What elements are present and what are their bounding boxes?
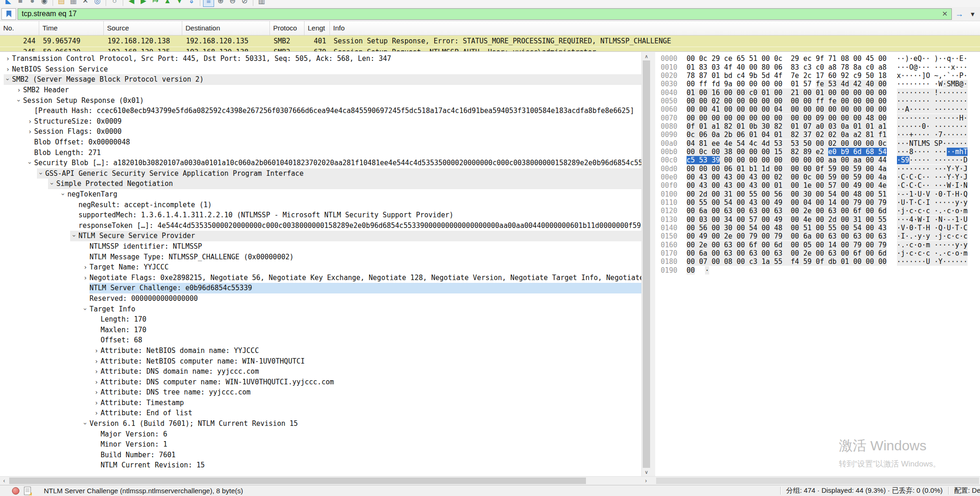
expand-chevron-icon[interactable]: › xyxy=(81,263,90,271)
hex-bytes[interactable]: 04 81 ee 4e 54 4c 4d 53 53 50 00 02 00 0… xyxy=(687,139,887,148)
tree-row[interactable]: ›Transmission Control Protocol, Src Port… xyxy=(0,54,641,64)
go-forward-icon[interactable]: ▶ xyxy=(138,0,149,7)
tree-row[interactable]: ›Attribute: DNS domain name: yyjccc.com xyxy=(0,366,641,377)
hex-bytes[interactable]: 00 07 00 08 00 c3 1a 55 f4 59 0f db 01 0… xyxy=(687,257,887,266)
tree-row[interactable]: ›Attribute: DNS tree name: yyjccc.com xyxy=(0,387,641,398)
hex-ascii[interactable]: ········ ···Y·Y·J xyxy=(897,165,968,173)
tree-row[interactable]: Length: 170 xyxy=(0,314,641,325)
scroll-right-icon[interactable]: › xyxy=(642,477,650,485)
tree-row[interactable]: Reserved: 0000000000000000 xyxy=(0,293,641,304)
tree-row[interactable]: ›Attribute: Timestamp xyxy=(0,398,641,408)
expand-chevron-icon[interactable]: › xyxy=(92,399,101,406)
hex-ascii[interactable]: ·-·1·U·V ·0·T·H·Q xyxy=(897,190,968,198)
hex-ascii[interactable]: ···4·W·I ·N·-·1·U xyxy=(897,215,968,224)
zoom-100-icon[interactable]: ⊘ xyxy=(239,0,250,7)
hex-ascii[interactable]: ···8···· ·····mhT xyxy=(897,148,968,156)
tree-row[interactable]: Blob Offset: 0x00000048 xyxy=(0,137,641,148)
scroll-up-icon[interactable]: ∧ xyxy=(642,52,651,60)
hex-row[interactable]: 015000 49 00 2e 00 79 00 79 00 6a 00 63 … xyxy=(661,232,980,240)
tree-row[interactable]: negResult: accept-incomplete (1) xyxy=(0,199,641,210)
tree-row[interactable]: Blob Length: 271 xyxy=(0,147,641,158)
hex-row[interactable]: 002078 87 01 bd c4 9b 5d 4f 7e 2c 17 60 … xyxy=(661,72,980,80)
tree-row[interactable]: ›Attribute: End of list xyxy=(0,408,641,418)
go-first-packet-icon[interactable]: ▲ xyxy=(162,0,173,7)
capture-file-properties-icon[interactable] xyxy=(24,487,31,495)
hex-row[interactable]: 012000 6a 00 63 00 63 00 63 00 2e 00 63 … xyxy=(661,207,980,215)
expand-chevron-icon[interactable]: › xyxy=(92,347,101,354)
hex-row[interactable]: 013000 03 00 34 00 57 00 49 00 4e 00 2d … xyxy=(661,215,980,224)
tree-row[interactable]: Offset: 68 xyxy=(0,335,641,346)
expand-chevron-icon[interactable]: › xyxy=(26,118,34,125)
hex-bytes[interactable]: 00 0c 29 ce 65 51 00 0c 29 ec 9f 71 08 0… xyxy=(687,54,887,63)
hex-row[interactable]: 00f000 43 00 43 00 43 00 01 00 1e 00 57 … xyxy=(661,181,980,190)
hex-row[interactable]: 003000 ff fd 9a 00 00 00 00 01 57 fe 53 … xyxy=(661,80,980,88)
hex-row[interactable]: 014000 56 00 30 00 54 00 48 00 51 00 55 … xyxy=(661,224,980,232)
hex-ascii[interactable]: ·j·c·c·c ·.·c·o·m xyxy=(897,207,968,215)
expand-chevron-icon[interactable]: › xyxy=(92,388,101,396)
hex-ascii[interactable]: ·······U ·Y······ xyxy=(897,257,968,266)
hex-row[interactable]: 00b000 0c 00 38 00 00 00 15 82 89 e2 e0 … xyxy=(661,148,980,156)
column-header-source[interactable]: Source xyxy=(104,21,182,35)
hex-ascii[interactable]: ·I·.·y·y ·j·c·c·c xyxy=(897,232,968,240)
hex-row[interactable]: 017000 6a 00 63 00 63 00 63 00 2e 00 63 … xyxy=(661,249,980,257)
hex-bytes[interactable]: 00 2e 00 63 00 6f 00 6d 00 05 00 14 00 7… xyxy=(687,241,887,249)
tree-row[interactable]: [Preauth Hash: ccec610e8ecb943799e5fd6a0… xyxy=(0,106,641,116)
collapse-chevron-icon[interactable]: › xyxy=(26,159,34,167)
tree-row[interactable]: Major Version: 6 xyxy=(0,429,641,439)
collapse-chevron-icon[interactable]: › xyxy=(60,190,67,198)
tree-row[interactable]: ›StructureSize: 0x0009 xyxy=(0,116,641,127)
go-to-packet-icon[interactable]: ↦ xyxy=(150,0,161,7)
tree-row[interactable]: ›Version 6.1 (Build 7601); NTLM Current … xyxy=(0,418,641,429)
hex-bytes[interactable]: 00 00 00 06 01 b1 1d 00 00 00 0f 59 00 5… xyxy=(687,165,887,173)
collapse-chevron-icon[interactable]: › xyxy=(15,96,23,105)
tree-row[interactable]: ›Negotiate Flags: 0xe2898215, Negotiate … xyxy=(0,272,641,283)
bytes-scroll-thumb[interactable] xyxy=(656,478,979,484)
horizontal-scroll-thumb[interactable] xyxy=(9,478,586,484)
tree-row[interactable]: Minor Version: 1 xyxy=(0,439,641,450)
hex-ascii[interactable]: ·C·C·C·· ···Y·Y·J xyxy=(897,173,968,181)
hex-ascii[interactable]: ·.·c·o·m ·····y·y xyxy=(897,241,968,249)
expand-chevron-icon[interactable]: › xyxy=(81,274,90,281)
tree-row[interactable]: Build Number: 7601 xyxy=(0,450,641,460)
hex-row[interactable]: 005000 00 02 00 00 00 00 00 00 00 ff fe … xyxy=(661,97,980,105)
hex-bytes[interactable]: 00 6a 00 63 00 63 00 63 00 2e 00 63 00 6… xyxy=(687,249,887,257)
hex-ascii[interactable]: ·j·c·c·c ·.·c·o·m xyxy=(897,249,968,257)
hex-bytes[interactable]: 0c 06 0a 2b 06 01 04 01 82 37 02 02 0a a… xyxy=(687,131,887,139)
hex-bytes[interactable]: 00 56 00 30 00 54 00 48 00 51 00 55 00 5… xyxy=(687,224,887,232)
hex-bytes[interactable]: 00 xyxy=(687,266,695,275)
tree-row[interactable]: supportedMech: 1.3.6.1.4.1.311.2.2.10 (N… xyxy=(0,210,641,221)
hex-row[interactable]: 007000 00 00 00 00 00 00 00 00 00 09 00 … xyxy=(661,114,980,122)
filter-bookmark-button[interactable] xyxy=(1,8,16,20)
zoom-in-icon[interactable]: ⊕ xyxy=(215,0,226,7)
tree-row[interactable]: ›Session Setup Response (0x01) xyxy=(0,95,641,106)
collapse-chevron-icon[interactable]: › xyxy=(48,179,56,188)
hex-ascii[interactable]: ······0· ········ xyxy=(897,122,968,131)
tree-row[interactable]: ›Session Flags: 0x0000 xyxy=(0,126,641,137)
profile-status[interactable]: 配置: Def xyxy=(954,486,980,495)
hex-ascii[interactable]: ········ ·W·SMB@· xyxy=(897,80,968,88)
tree-row[interactable]: Maxlen: 170 xyxy=(0,324,641,335)
collapse-chevron-icon[interactable]: › xyxy=(82,305,89,313)
save-file-icon[interactable]: ▦ xyxy=(68,0,79,7)
scroll-left-icon[interactable]: ‹ xyxy=(0,477,8,485)
hex-bytes[interactable]: 00 6a 00 63 00 63 00 63 00 2e 00 63 00 6… xyxy=(687,207,887,215)
hex-bytes[interactable]: 78 87 01 bd c4 9b 5d 4f 7e 2c 17 60 92 c… xyxy=(687,72,887,80)
scroll-down-icon[interactable]: ∨ xyxy=(642,468,651,476)
hex-row[interactable]: 00d000 00 00 06 01 b1 1d 00 00 00 0f 59 … xyxy=(661,164,980,173)
expand-chevron-icon[interactable]: › xyxy=(4,55,12,62)
shark-fin-capture-icon[interactable]: ◣ xyxy=(3,0,14,7)
hex-ascii[interactable]: x·····]O ~,·`··P· xyxy=(897,72,968,80)
collapse-chevron-icon[interactable]: › xyxy=(37,169,45,178)
column-header-time[interactable]: Time xyxy=(39,21,104,35)
hex-row[interactable]: 00a004 81 ee 4e 54 4c 4d 53 53 50 00 02 … xyxy=(661,139,980,147)
tree-row[interactable]: ›SMB2 (Server Message Block Protocol ver… xyxy=(0,74,641,85)
hex-row[interactable]: 00900c 06 0a 2b 06 01 04 01 82 37 02 02 … xyxy=(661,131,980,139)
hex-row[interactable]: 019000· xyxy=(661,266,980,275)
tree-row[interactable]: NTLM Message Type: NTLMSSP_CHALLENGE (0x… xyxy=(0,251,641,262)
hex-bytes[interactable]: 00 00 41 00 00 00 00 04 00 00 00 00 00 0… xyxy=(687,105,887,114)
tree-row[interactable]: NTLMSSP identifier: NTLMSSP xyxy=(0,241,641,252)
hex-bytes[interactable]: 01 83 03 4f 40 00 80 06 83 c3 c0 a8 78 8… xyxy=(687,63,887,72)
tree-row[interactable]: ›negTokenTarg xyxy=(0,189,641,200)
details-vertical-scrollbar[interactable]: ∧ ∨ xyxy=(641,52,651,476)
tree-row[interactable]: ›Simple Protected Negotiation xyxy=(0,179,641,189)
